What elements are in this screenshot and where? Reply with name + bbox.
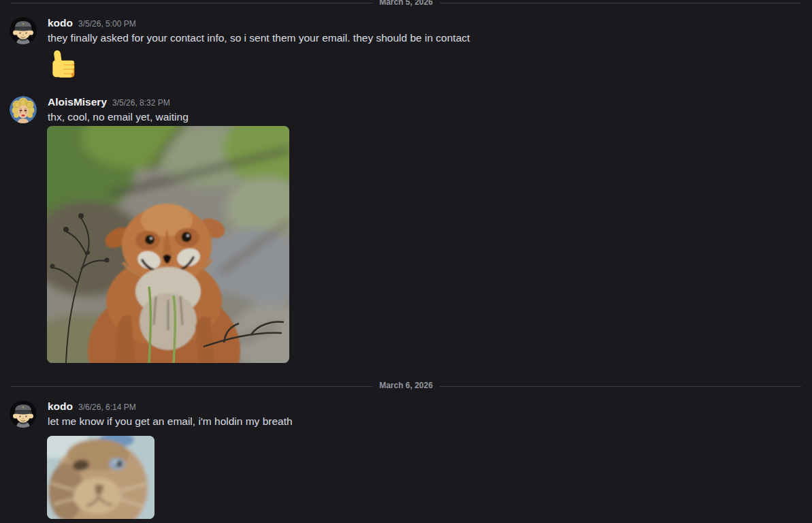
thumbs-up-emoji — [48, 48, 80, 80]
blurry-cat-image — [47, 436, 155, 519]
blonde-portrait-icon — [10, 96, 37, 123]
message-author[interactable]: kodo — [48, 17, 73, 29]
smiling-fox-image — [47, 126, 289, 363]
message-timestamp: 3/5/26, 5:00 PM — [78, 19, 136, 29]
message-content: kodo3/5/26, 5:00 PM they finally asked f… — [48, 16, 796, 46]
cat-photo[interactable] — [47, 436, 155, 519]
date-divider: March 5, 2026 — [11, 0, 801, 7]
message-group: kodo3/5/26, 5:00 PM they finally asked f… — [0, 16, 812, 46]
message-author[interactable]: kodo — [48, 400, 73, 412]
message-timestamp: 3/5/26, 8:32 PM — [112, 98, 170, 108]
message-text: thx, cool, no email yet, waiting — [48, 110, 796, 125]
message-text: they finally asked for your contact info… — [48, 31, 796, 46]
aloismisery-avatar[interactable] — [10, 96, 37, 123]
fox-photo[interactable] — [47, 126, 289, 363]
message-header: kodo3/5/26, 5:00 PM — [48, 16, 796, 31]
message-content: kodo3/6/26, 6:14 PM let me know if you g… — [48, 400, 796, 429]
message-group: kodo3/6/26, 6:14 PM let me know if you g… — [0, 400, 812, 429]
chat-message-list: March 5, 2026 — [0, 0, 812, 523]
message-group: AloisMisery3/5/26, 8:32 PM thx, cool, no… — [0, 95, 812, 125]
message-content: AloisMisery3/5/26, 8:32 PM thx, cool, no… — [48, 95, 796, 125]
kodo-avatar[interactable] — [10, 17, 37, 44]
message-header: AloisMisery3/5/26, 8:32 PM — [48, 95, 796, 110]
kodo-avatar[interactable] — [10, 400, 37, 428]
date-divider: March 6, 2026 — [11, 381, 801, 390]
message-author[interactable]: AloisMisery — [48, 96, 107, 108]
message-timestamp: 3/6/26, 6:14 PM — [78, 402, 136, 412]
date-divider-label: March 6, 2026 — [372, 381, 440, 390]
message-text: let me know if you get an email, i'm hol… — [48, 414, 796, 429]
conductor-cap-face-icon — [10, 17, 37, 44]
message-header: kodo3/6/26, 6:14 PM — [48, 400, 796, 414]
date-divider-label: March 5, 2026 — [372, 0, 440, 7]
conductor-cap-face-icon — [10, 400, 37, 428]
